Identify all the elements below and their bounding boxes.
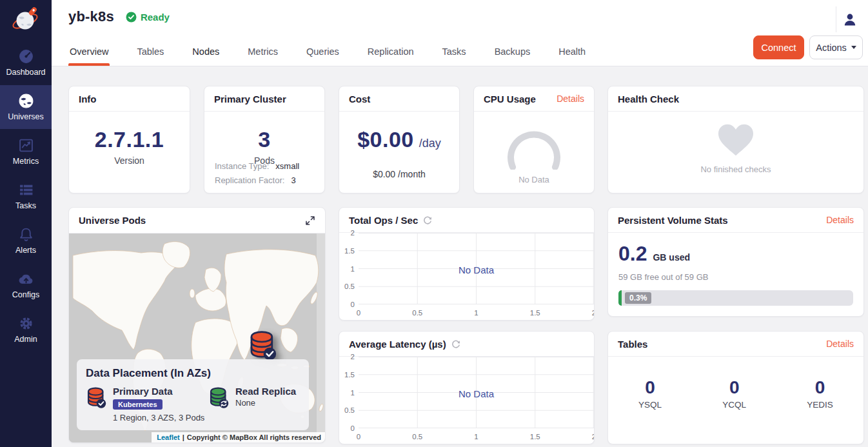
expand-icon[interactable] bbox=[305, 215, 315, 226]
tab-replication[interactable]: Replication bbox=[366, 37, 415, 66]
yugabyte-logo-icon[interactable] bbox=[0, 3, 52, 36]
x-tick: 0.5 bbox=[412, 433, 422, 441]
read-replica-legend: Read Replica None bbox=[208, 386, 296, 422]
universe-tabs: Overview Tables Nodes Metrics Queries Re… bbox=[68, 37, 613, 66]
read-replica-value: None bbox=[235, 398, 296, 408]
tables-details-link[interactable]: Details bbox=[826, 339, 854, 349]
version-label: Version bbox=[114, 155, 144, 166]
replication-factor-label: Replication Factor: bbox=[215, 175, 284, 185]
tab-nodes[interactable]: Nodes bbox=[191, 37, 221, 66]
y-tick: 1 bbox=[339, 265, 355, 273]
cost-card: Cost $0.00 /day $0.00 /month bbox=[339, 86, 460, 194]
sidebar-item-label: Admin bbox=[14, 335, 37, 344]
tab-tasks[interactable]: Tasks bbox=[441, 37, 468, 66]
cpu-usage-card: CPU Usage Details No Data bbox=[473, 86, 595, 194]
tab-queries[interactable]: Queries bbox=[305, 37, 340, 66]
ycql-stat: 0 YCQL bbox=[722, 377, 746, 410]
attribution-text: Copyright © MapBox All rights reserved bbox=[187, 433, 321, 441]
y-tick: 1.5 bbox=[339, 371, 355, 379]
card-title: Persistent Volume Stats bbox=[618, 215, 728, 226]
read-replica-label: Read Replica bbox=[235, 386, 296, 397]
tab-backups[interactable]: Backups bbox=[493, 37, 532, 66]
status-badge: Ready bbox=[126, 12, 170, 23]
storage-used-unit: GB used bbox=[653, 252, 690, 263]
refresh-icon[interactable] bbox=[451, 339, 460, 348]
ysql-stat: 0 YSQL bbox=[638, 377, 662, 410]
attribution-separator: | bbox=[182, 433, 184, 441]
yedis-label: YEDIS bbox=[807, 400, 833, 410]
storage-free-text: 59 GB free out of 59 GB bbox=[618, 272, 853, 282]
x-tick: 2 bbox=[592, 433, 595, 441]
user-menu[interactable] bbox=[836, 6, 863, 32]
ysql-count: 0 bbox=[638, 377, 662, 398]
data-placement-legend: Data Placement (In AZs) bbox=[77, 359, 309, 430]
connect-button[interactable]: Connect bbox=[753, 35, 804, 59]
primary-data-legend: Primary Data Kubernetes 1 Region, 3 AZS,… bbox=[86, 386, 208, 422]
map-attribution: Leaflet | Copyright © MapBox All rights … bbox=[152, 432, 325, 443]
chart-plot-area: 2 1.5 1 0.5 0 0 0.5 1 1.5 2 No Data bbox=[339, 357, 594, 444]
cost-per-day-unit: /day bbox=[419, 137, 441, 150]
y-tick: 1.5 bbox=[339, 247, 355, 255]
universe-title: yb-k8s bbox=[68, 8, 114, 25]
tab-health[interactable]: Health bbox=[557, 37, 587, 66]
sidebar-item-label: Universes bbox=[8, 112, 44, 121]
gear-icon bbox=[18, 315, 34, 332]
card-title: Primary Cluster bbox=[214, 94, 286, 104]
x-tick: 0 bbox=[357, 433, 360, 441]
sidebar-item-label: Metrics bbox=[13, 157, 39, 166]
x-tick: 1.5 bbox=[530, 433, 540, 441]
instance-type-value: xsmall bbox=[275, 161, 299, 171]
heart-icon bbox=[716, 122, 756, 158]
sidebar-item-universes[interactable]: Universes bbox=[0, 85, 52, 129]
total-ops-chart-card: Total Ops / Sec 2 1.5 1 bbox=[339, 207, 595, 321]
tab-overview[interactable]: Overview bbox=[68, 37, 110, 66]
primary-data-label: Primary Data bbox=[113, 386, 204, 397]
y-tick: 2 bbox=[339, 353, 355, 361]
storage-progress-fill bbox=[618, 290, 622, 306]
sidebar-item-admin[interactable]: Admin bbox=[0, 308, 52, 352]
yedis-count: 0 bbox=[807, 377, 833, 398]
sidebar-item-tasks[interactable]: Tasks bbox=[0, 174, 52, 218]
x-tick: 1 bbox=[474, 309, 478, 317]
sidebar-item-alerts[interactable]: Alerts bbox=[0, 219, 52, 263]
cpu-details-link[interactable]: Details bbox=[557, 94, 584, 104]
legend-title: Data Placement (In AZs) bbox=[86, 367, 300, 380]
read-replica-db-icon bbox=[208, 386, 229, 409]
primary-db-marker-icon[interactable] bbox=[248, 329, 277, 361]
tab-metrics[interactable]: Metrics bbox=[246, 37, 279, 66]
health-empty-text: No finished checks bbox=[700, 164, 771, 174]
chart-plot-area: 2 1.5 1 0.5 0 0 0.5 1 1.5 2 No Data bbox=[339, 233, 594, 320]
x-tick: 0.5 bbox=[412, 309, 422, 317]
instance-type-label: Instance Type: bbox=[215, 161, 269, 171]
sidebar-item-metrics[interactable]: Metrics bbox=[0, 130, 52, 174]
globe-icon bbox=[18, 93, 34, 109]
yedis-stat: 0 YEDIS bbox=[807, 377, 833, 410]
actions-button[interactable]: Actions bbox=[809, 35, 863, 59]
page-header: yb-k8s Ready Overview Tables Nodes Metri… bbox=[52, 0, 868, 66]
pods-count: 3 bbox=[258, 127, 270, 152]
card-title: Universe Pods bbox=[79, 215, 146, 226]
storage-progress-bar: 0.3% bbox=[618, 290, 853, 306]
world-map[interactable]: Data Placement (In AZs) bbox=[69, 233, 325, 443]
sidebar-item-configs[interactable]: Configs bbox=[0, 263, 52, 307]
leaflet-link[interactable]: Leaflet bbox=[157, 433, 179, 441]
pvs-details-link[interactable]: Details bbox=[826, 215, 854, 225]
replication-factor-value: 3 bbox=[291, 175, 295, 185]
x-tick: 2 bbox=[592, 309, 595, 317]
chart-title: Total Ops / Sec bbox=[349, 215, 418, 226]
chart-empty-text: No Data bbox=[359, 264, 594, 275]
storage-percent-badge: 0.3% bbox=[625, 292, 651, 304]
sidebar-item-dashboard[interactable]: Dashboard bbox=[0, 41, 52, 84]
tab-tables[interactable]: Tables bbox=[135, 37, 165, 66]
status-text: Ready bbox=[141, 12, 170, 23]
chart-empty-text: No Data bbox=[359, 388, 594, 399]
y-tick: 0.5 bbox=[339, 283, 355, 290]
refresh-icon[interactable] bbox=[423, 215, 432, 224]
cloud-upload-icon bbox=[18, 271, 34, 287]
task-list-icon bbox=[18, 182, 34, 198]
card-title: Cost bbox=[349, 94, 370, 104]
card-title: Health Check bbox=[618, 94, 679, 104]
ycql-label: YCQL bbox=[722, 400, 746, 410]
kubernetes-badge: Kubernetes bbox=[113, 399, 163, 410]
ysql-label: YSQL bbox=[638, 400, 662, 410]
